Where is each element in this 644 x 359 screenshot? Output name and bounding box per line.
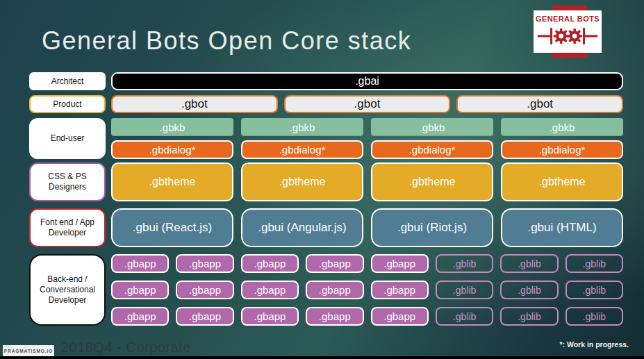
gblib-box: .gblib	[565, 281, 623, 299]
general-bots-logo: GENERAL BOTS	[534, 10, 602, 53]
row-gbot: .gbot .gbot .gbot	[111, 95, 623, 113]
gbkb-box: .gbkb	[501, 118, 623, 136]
role-label-frontend-developer: Font end / App Developer	[29, 208, 106, 247]
gbapp-box: .gbapp	[306, 307, 363, 326]
gbapp-box: .gbapp	[111, 281, 169, 299]
row-gbdialog: .gbdialog* .gbdialog* .gbdialog* .gbdial…	[111, 140, 623, 159]
gblib-box: .gblib	[565, 254, 623, 273]
role-label-designers: CSS & PS Designers	[29, 162, 106, 201]
gbapp-box: .gbapp	[241, 307, 299, 326]
pragmatismo-logo: PRAGMATISMO.IO	[3, 345, 54, 356]
gbui-html-box: .gbui (HTML)	[501, 208, 623, 247]
gblib-box: .gblib	[436, 281, 493, 299]
gbapp-box: .gbapp	[111, 254, 169, 273]
gblib-box: .gblib	[500, 281, 558, 299]
gbapp-box: .gbapp	[111, 307, 169, 326]
gbapp-box: .gbapp	[241, 281, 299, 299]
gbot-box: .gbot	[284, 95, 451, 113]
row-backend-3: .gbapp .gbapp .gbapp .gbapp .gbapp .gbli…	[111, 307, 623, 326]
gbapp-box: .gbapp	[306, 281, 363, 299]
gbdialog-box: .gbdialog*	[371, 140, 493, 159]
gbapp-box: .gbapp	[176, 281, 233, 299]
gblib-box: .gblib	[500, 254, 558, 273]
gbapp-box: .gbapp	[306, 254, 363, 273]
row-gbai: .gbai	[111, 72, 623, 90]
row-backend-1: .gbapp .gbapp .gbapp .gbapp .gbapp .gbli…	[111, 254, 623, 273]
row-gbui: .gbui (React.js) .gbui (Angular.js) .gbu…	[111, 208, 623, 247]
gears-icon	[537, 24, 598, 49]
row-gbtheme: .gbtheme .gbtheme .gbtheme .gbtheme	[111, 162, 623, 201]
logo-wordmark: GENERAL BOTS	[536, 15, 600, 23]
gbui-react-box: .gbui (React.js)	[111, 208, 233, 247]
row-backend-2: .gbapp .gbapp .gbapp .gbapp .gbapp .gbli…	[111, 281, 623, 299]
gbtheme-box: .gbtheme	[241, 162, 363, 201]
slide: General Bots Open Core stack GENERAL BOT…	[0, 0, 644, 359]
gbdialog-box: .gbdialog*	[241, 140, 363, 159]
role-label-backend-developer: Back-end / Conversational Developer	[29, 254, 106, 326]
bottom-edge-bar	[0, 356, 644, 359]
gbdialog-box: .gbdialog*	[501, 140, 623, 159]
gbapp-box: .gbapp	[371, 281, 429, 299]
gbui-riot-box: .gbui (Riot.js)	[371, 208, 493, 247]
role-label-architect: Architect	[29, 72, 106, 90]
pragmatismo-logo-text: PRAGMATISMO.IO	[4, 349, 53, 353]
row-gbkb: .gbkb .gbkb .gbkb .gbkb	[111, 118, 623, 136]
gbot-box: .gbot	[456, 95, 623, 113]
gblib-box: .gblib	[436, 254, 493, 273]
gbtheme-box: .gbtheme	[111, 162, 233, 201]
work-in-progress-note: *: Work in progress.	[559, 340, 629, 349]
gblib-box: .gblib	[565, 307, 623, 326]
gbui-angular-box: .gbui (Angular.js)	[241, 208, 363, 247]
gbapp-box: .gbapp	[371, 254, 429, 273]
gbapp-box: .gbapp	[371, 307, 429, 326]
role-label-product: Product	[29, 95, 106, 113]
gblib-box: .gblib	[436, 307, 493, 326]
gbkb-box: .gbkb	[111, 118, 233, 136]
gbapp-box: .gbapp	[176, 307, 233, 326]
gbkb-box: .gbkb	[241, 118, 363, 136]
footer-caption: 2018Q4 - Corporate	[61, 340, 191, 356]
gbtheme-box: .gbtheme	[501, 162, 623, 201]
gbapp-box: .gbapp	[241, 254, 299, 273]
page-title: General Bots Open Core stack	[42, 26, 411, 56]
gbot-box: .gbot	[111, 95, 278, 113]
gbdialog-box: .gbdialog*	[111, 140, 233, 159]
role-label-end-user: End-user	[29, 118, 106, 159]
gbtheme-box: .gbtheme	[371, 162, 493, 201]
gbai-box: .gbai	[111, 72, 623, 90]
gblib-box: .gblib	[500, 307, 558, 326]
gbkb-box: .gbkb	[371, 118, 493, 136]
gbapp-box: .gbapp	[176, 254, 233, 273]
